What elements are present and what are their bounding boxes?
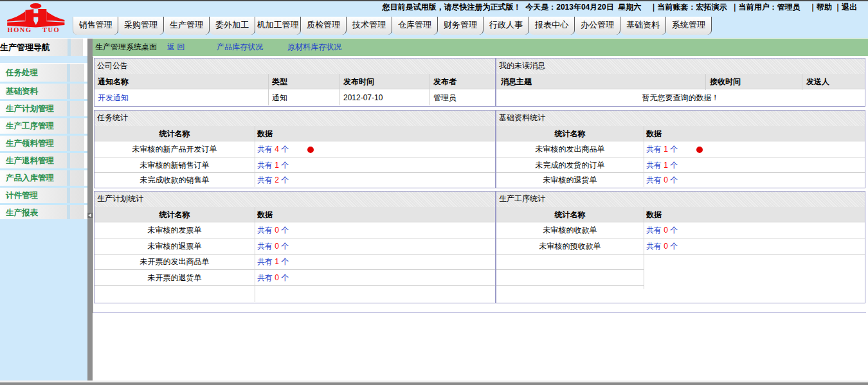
svg-text:TUO: TUO bbox=[42, 26, 60, 33]
svg-text:HONG: HONG bbox=[8, 26, 32, 33]
